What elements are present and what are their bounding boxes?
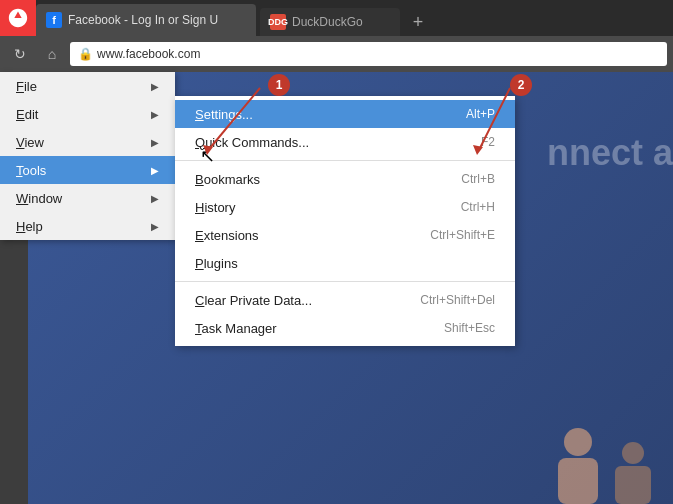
shortcut-bookmarks: Ctrl+B <box>461 172 495 186</box>
lock-icon: 🔒 <box>78 47 93 61</box>
person-silhouette-2 <box>613 439 653 504</box>
menu-arrow-window: ▶ <box>151 193 159 204</box>
shortcut-settings: Alt+P <box>466 107 495 121</box>
shortcut-history: Ctrl+H <box>461 200 495 214</box>
home-button[interactable]: ⌂ <box>38 40 66 68</box>
shortcut-clear-private-data: Ctrl+Shift+Del <box>420 293 495 307</box>
mouse-cursor: ↖ <box>200 147 215 165</box>
shortcut-extensions: Ctrl+Shift+E <box>430 228 495 242</box>
tab-facebook[interactable]: f Facebook - Log In or Sign U <box>36 4 256 36</box>
menu-item-edit[interactable]: Edit ▶ <box>0 100 175 128</box>
submenu-item-extensions[interactable]: Extensions Ctrl+Shift+E <box>175 221 515 249</box>
svg-point-2 <box>622 442 644 464</box>
submenu-item-bookmarks[interactable]: Bookmarks Ctrl+B <box>175 165 515 193</box>
address-text: www.facebook.com <box>97 47 200 61</box>
duckduckgo-favicon: DDG <box>270 14 286 30</box>
submenu-item-quick-commands[interactable]: Quick Commands... F2 <box>175 128 515 156</box>
tab-duckduckgo[interactable]: DDG DuckDuckGo <box>260 8 400 36</box>
menu-item-tools[interactable]: Tools ▶ <box>0 156 175 184</box>
svg-point-0 <box>564 428 592 456</box>
page-partial-text: nnect a <box>547 132 673 174</box>
menu-arrow-view: ▶ <box>151 137 159 148</box>
facebook-favicon: f <box>46 12 62 28</box>
menu-item-view[interactable]: View ▶ <box>0 128 175 156</box>
add-tab-button[interactable]: + <box>404 8 432 36</box>
shortcut-task-manager: Shift+Esc <box>444 321 495 335</box>
submenu-item-settings[interactable]: Settings... Alt+P <box>175 100 515 128</box>
submenu-item-history[interactable]: History Ctrl+H <box>175 193 515 221</box>
address-field[interactable]: 🔒 www.facebook.com <box>70 42 667 66</box>
menu-item-window[interactable]: Window ▶ <box>0 184 175 212</box>
reload-button[interactable]: ↻ <box>6 40 34 68</box>
person-silhouette-1 <box>553 424 603 504</box>
menu-item-file[interactable]: File ▶ <box>0 72 175 100</box>
shortcut-quick-commands: F2 <box>481 135 495 149</box>
menu-arrow-edit: ▶ <box>151 109 159 120</box>
tab-duckduckgo-title: DuckDuckGo <box>292 15 390 29</box>
separator-2 <box>175 281 515 282</box>
menu-arrow-help: ▶ <box>151 221 159 232</box>
tab-facebook-title: Facebook - Log In or Sign U <box>68 13 246 27</box>
tab-bar: f Facebook - Log In or Sign U DDG DuckDu… <box>0 0 673 36</box>
submenu-item-clear-private-data[interactable]: Clear Private Data... Ctrl+Shift+Del <box>175 286 515 314</box>
submenu-item-task-manager[interactable]: Task Manager Shift+Esc <box>175 314 515 342</box>
annotation-2: 2 <box>510 74 532 96</box>
annotation-1: 1 <box>268 74 290 96</box>
menu-bar: File ▶ Edit ▶ View ▶ Tools ▶ Window ▶ He… <box>0 72 175 240</box>
vivaldi-logo[interactable] <box>0 0 36 36</box>
menu-arrow-file: ▶ <box>151 81 159 92</box>
svg-rect-1 <box>558 458 598 504</box>
menu-arrow-tools: ▶ <box>151 165 159 176</box>
address-bar-row: ↻ ⌂ 🔒 www.facebook.com <box>0 36 673 72</box>
submenu-item-plugins[interactable]: Plugins <box>175 249 515 277</box>
separator-1 <box>175 160 515 161</box>
svg-rect-3 <box>615 466 651 504</box>
tools-submenu: Settings... Alt+P Quick Commands... F2 B… <box>175 96 515 346</box>
menu-item-help[interactable]: Help ▶ <box>0 212 175 240</box>
